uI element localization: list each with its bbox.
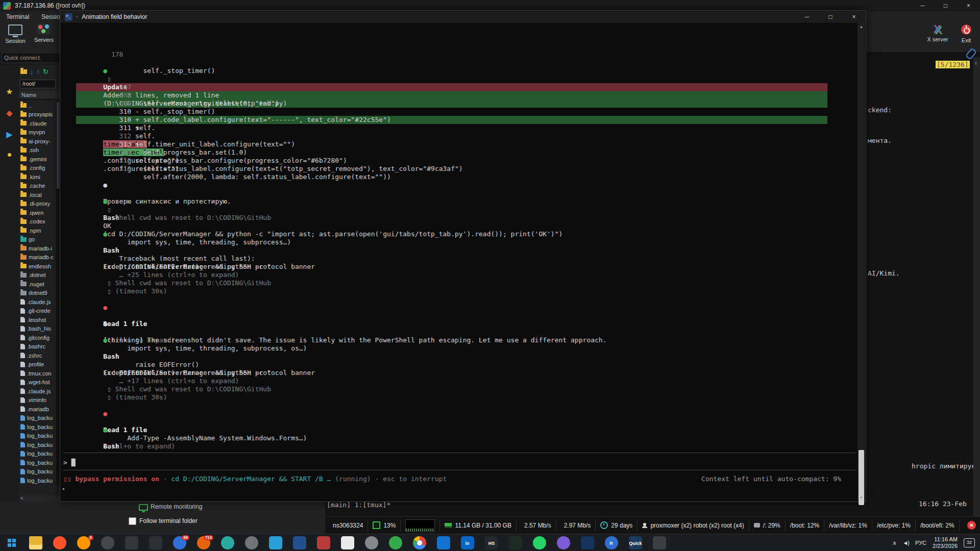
taskbar-app[interactable] [143, 534, 167, 551]
claude-scrollbar[interactable]: ▴ ▾ [857, 23, 865, 501]
taskbar-app[interactable] [335, 534, 359, 551]
follow-terminal-folder-checkbox[interactable] [129, 517, 136, 525]
file-row[interactable]: .di-proxy [19, 199, 56, 209]
scroll-up-icon[interactable]: ▴ [857, 23, 865, 30]
file-row[interactable]: .claude.js [19, 297, 56, 307]
volume-icon[interactable]: ◄) [902, 540, 909, 546]
taskbar-app[interactable] [407, 534, 431, 551]
sftp-path-input[interactable]: /root/ [20, 80, 56, 88]
file-row[interactable]: log_backu [19, 476, 56, 485]
file-row[interactable]: .npm [19, 226, 56, 235]
file-row[interactable]: .claude.js [19, 387, 56, 396]
sftp-vertical-scrollbar[interactable] [56, 101, 60, 485]
file-row[interactable]: .tmux.con [19, 369, 56, 378]
taskbar-app[interactable] [503, 534, 527, 551]
notification-icon[interactable]: 32 [964, 538, 975, 547]
taskbar-app[interactable] [215, 534, 239, 551]
file-row[interactable]: .bash_his [19, 324, 56, 334]
sftp-tool-icon[interactable]: ↓ [30, 68, 34, 76]
file-row[interactable]: go [19, 235, 56, 244]
minimize-button[interactable]: ─ [911, 2, 934, 9]
file-row[interactable]: .dotnet [19, 271, 56, 280]
file-row[interactable]: .viminfo [19, 396, 56, 405]
file-row[interactable]: .ssh [19, 146, 56, 155]
file-row[interactable]: proxyapis [19, 110, 56, 119]
file-row[interactable]: mariadb-c [19, 253, 56, 262]
servers-button[interactable]: Servers [30, 24, 58, 43]
taskbar-app[interactable] [239, 534, 263, 551]
taskbar-app[interactable] [95, 534, 119, 551]
claude-window-titlebar[interactable]: · Animation field behavior ─ □ × [60, 11, 866, 23]
scroll-up-icon[interactable]: ∧ [974, 60, 977, 66]
session-button[interactable]: Session [1, 24, 30, 44]
tray-chevron-icon[interactable]: ∧ [892, 540, 896, 546]
sftp-name-header[interactable]: Name [19, 91, 60, 99]
sftp-tool-icon[interactable]: ↻ [43, 68, 48, 76]
background-terminal-scrollbar[interactable]: ∧ [973, 57, 980, 516]
file-row[interactable]: .claude [19, 119, 56, 128]
taskbar-app[interactable] [431, 534, 455, 551]
file-row[interactable]: .bashrc [19, 342, 56, 352]
scroll-down-icon[interactable]: ▾ [857, 494, 865, 501]
maximize-button[interactable]: □ [819, 11, 842, 23]
file-row[interactable]: mariadb-i [19, 244, 56, 253]
maximize-button[interactable]: □ [934, 2, 957, 9]
file-row[interactable]: .codex [19, 217, 56, 227]
prompt-input[interactable]: > █ [63, 459, 75, 467]
file-row[interactable]: .local [19, 190, 56, 199]
taskbar-app[interactable] [551, 534, 575, 551]
file-row[interactable]: .cache [19, 182, 56, 191]
file-row[interactable]: log_backu [19, 449, 56, 459]
file-row[interactable]: .profile [19, 360, 56, 369]
file-row[interactable]: endlessh [19, 262, 56, 271]
x-server-button[interactable]: X X server [923, 24, 952, 42]
taskbar-app[interactable] [263, 534, 287, 551]
taskbar-app[interactable] [311, 534, 335, 551]
file-row[interactable]: .config [19, 164, 56, 173]
file-row[interactable]: .git-crede [19, 307, 56, 316]
exit-button[interactable]: Exit [952, 24, 980, 43]
menu-terminal[interactable]: Terminal [0, 13, 35, 20]
file-row[interactable]: dotnet9 [19, 289, 56, 298]
file-row[interactable]: log_backu [19, 440, 56, 449]
taskbar-app[interactable] [287, 534, 311, 551]
file-row[interactable]: myvpn [19, 128, 56, 137]
file-row[interactable]: .. [19, 101, 56, 110]
close-button[interactable]: × [957, 2, 980, 9]
taskbar-app[interactable]: 30 [167, 534, 191, 551]
file-row[interactable]: .mariadb [19, 405, 56, 414]
file-row[interactable]: log_backu [19, 414, 56, 423]
taskbar-app[interactable] [119, 534, 143, 551]
taskbar-app[interactable] [575, 534, 599, 551]
remote-monitoring-button[interactable]: Remote monitoring [151, 503, 202, 510]
start-button[interactable] [0, 534, 23, 551]
quick-connect-input[interactable]: Quick connect. [1, 53, 62, 63]
close-button[interactable]: × [842, 11, 866, 23]
taskbar-app[interactable] [359, 534, 383, 551]
sftp-horizontal-scrollbar[interactable]: < [19, 495, 60, 502]
file-row[interactable]: .wget-hst [19, 378, 56, 387]
file-row[interactable]: log_backu [19, 458, 56, 467]
file-row[interactable]: log_backu [19, 467, 56, 477]
taskbar-app[interactable]: HS [479, 534, 503, 551]
taskbar-app[interactable] [647, 534, 671, 551]
taskbar-app[interactable]: R [599, 534, 623, 551]
file-row[interactable]: .gemini [19, 155, 56, 164]
file-row[interactable]: .gitconfig [19, 333, 56, 342]
taskbar-app[interactable]: 2 [71, 534, 95, 551]
minimize-button[interactable]: ─ [795, 11, 819, 23]
taskbar-app[interactable] [47, 534, 71, 551]
keyboard-language[interactable]: РУС [915, 540, 926, 546]
taskbar-app[interactable] [383, 534, 407, 551]
side-strip-icon[interactable]: ● [0, 150, 19, 159]
file-row[interactable]: log_backu [19, 432, 56, 441]
statusbar-close-button[interactable]: ✕ [967, 521, 976, 530]
taskbar-app[interactable]: 713 [191, 534, 215, 551]
file-row[interactable]: ai-proxy- [19, 137, 56, 146]
file-row[interactable]: .zshrc [19, 351, 56, 360]
file-row[interactable]: log_backu [19, 422, 56, 432]
taskbar-app[interactable] [527, 534, 551, 551]
taskbar-app[interactable]: in [455, 534, 479, 551]
taskbar-app[interactable] [23, 534, 47, 551]
sftp-tool-icon[interactable]: ↑ [37, 68, 40, 76]
